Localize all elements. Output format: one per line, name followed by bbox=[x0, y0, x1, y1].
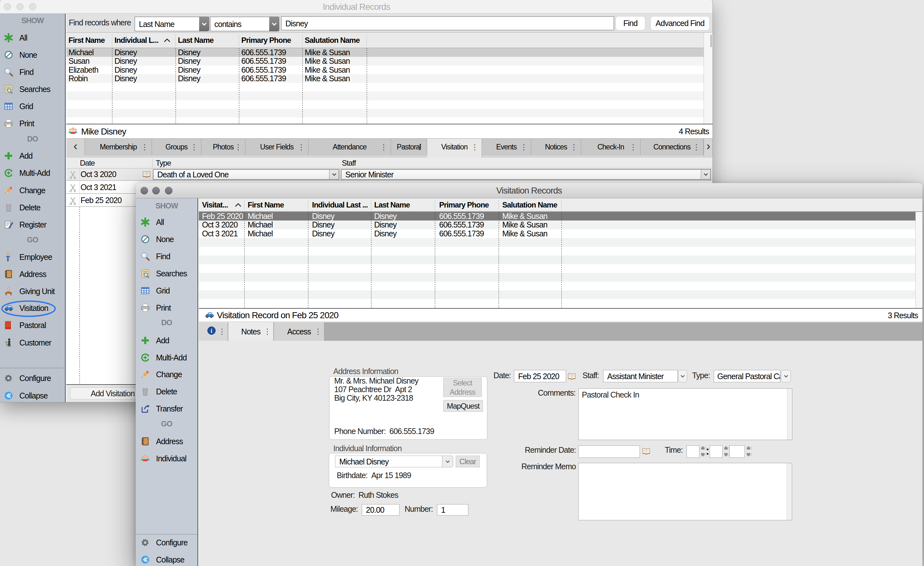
svg-text:i: i bbox=[210, 327, 212, 334]
